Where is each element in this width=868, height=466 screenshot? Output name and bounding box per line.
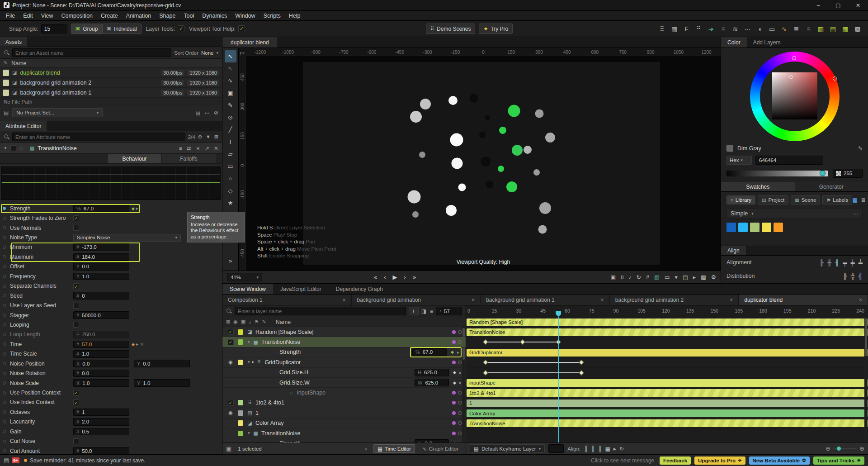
layer-color-chip[interactable] (238, 360, 243, 365)
list-view-icon[interactable]: ≣ (861, 197, 866, 203)
zoom-slider-thumb[interactable] (837, 447, 841, 451)
close-icon[interactable]: × (730, 297, 733, 303)
tab-generator[interactable]: Generator (795, 182, 868, 191)
composition-tab-duplicator-blend[interactable]: duplicator blend× (739, 295, 868, 305)
input-indicator-icon[interactable] (452, 340, 456, 344)
attribute-socket[interactable] (3, 285, 6, 288)
keyframe-value-field[interactable]: - (548, 444, 564, 453)
loop-length-value-field[interactable]: F250.0 (73, 331, 129, 338)
attribute-socket[interactable] (3, 362, 6, 365)
shape-dot[interactable] (407, 190, 420, 204)
curl-noise-checkbox[interactable] (73, 438, 79, 444)
asset-search-input[interactable] (12, 48, 171, 57)
scatter-icon[interactable]: ⠛ (693, 25, 705, 33)
hex-mode-dropdown[interactable]: Hex ▾ (726, 156, 752, 165)
try-pro-button[interactable]: ★ Try Pro (479, 24, 513, 34)
attribute-socket[interactable] (3, 265, 6, 268)
align-bottom-icon[interactable]: ╧ (859, 259, 863, 266)
layer-row[interactable]: ◌inputShape (222, 388, 466, 398)
visibility-icon[interactable]: ◉ (233, 319, 238, 325)
keyframe-icon[interactable] (520, 340, 525, 345)
use-position-context-checkbox[interactable]: ✓ (73, 390, 79, 396)
input-indicator-icon[interactable] (452, 421, 456, 425)
tab-scene-window[interactable]: Scene Window (222, 284, 273, 294)
layer-name[interactable]: TransitionNoise (261, 430, 300, 437)
layer-row[interactable]: ◉▼•⠿GridDuplicator (222, 357, 466, 367)
layer-color-chip[interactable] (238, 410, 243, 416)
color-swatch[interactable] (750, 223, 760, 232)
shape-dot[interactable] (499, 127, 506, 134)
minimize-button[interactable]: – (808, 0, 828, 10)
enabled-checkbox[interactable]: ✓ (228, 400, 234, 406)
grid-cells-icon[interactable]: ▦ (839, 25, 851, 33)
keyframe-indicator-icon[interactable] (458, 340, 462, 344)
color-swatch[interactable] (738, 223, 748, 232)
enabled-checkbox[interactable]: ✓ (228, 329, 234, 335)
name-column-header[interactable]: Name (11, 60, 26, 67)
shape-dot[interactable] (538, 225, 547, 233)
layer-name[interactable]: Color Array (255, 420, 284, 426)
layer-color-chip[interactable] (238, 329, 243, 335)
loop-icon[interactable]: ↻ (619, 446, 624, 452)
distribute-bars-icon[interactable]: ≋ (729, 25, 741, 33)
list-icon[interactable]: ≡ (179, 145, 182, 152)
timeline-bar[interactable]: Random [Shape Scale] (467, 319, 868, 326)
display-chevron-icon[interactable]: ▾ (675, 274, 678, 281)
layer-row[interactable]: ▼▦TransitionNoise (222, 428, 466, 438)
input-indicator-icon[interactable] (452, 432, 456, 435)
next-keyframe-icon[interactable]: ▸ (459, 441, 462, 442)
menu-help[interactable]: Help (285, 11, 305, 20)
align-center-icon[interactable]: ╫ (591, 446, 595, 452)
keyframe-icon[interactable] (579, 370, 584, 375)
swap-connections-icon[interactable]: ⇄ (187, 145, 191, 152)
shape-dot[interactable] (446, 205, 457, 216)
seed-value-field[interactable]: #0 (73, 292, 129, 300)
layer-color-chip[interactable] (238, 400, 243, 405)
menu-scripts[interactable]: Scripts (259, 11, 285, 20)
shape-dot[interactable] (410, 111, 422, 123)
shape-dot[interactable] (420, 99, 431, 109)
expander-icon[interactable]: ▼ (4, 146, 7, 150)
shape-dot[interactable] (545, 133, 555, 143)
use-index-context-checkbox[interactable]: ✓ (73, 399, 79, 405)
behaviour-graph[interactable] (1, 166, 221, 200)
dock-icon[interactable]: ▫ (365, 445, 367, 452)
lock-icon[interactable]: ⊠ (226, 319, 230, 325)
keyframe-icon[interactable] (483, 340, 488, 345)
feedback-button[interactable]: Feedback (660, 456, 691, 465)
new-beta-button[interactable]: New Beta Available✿ (749, 456, 810, 465)
alpha-slider-handle[interactable] (820, 171, 826, 176)
grid-snap-icon[interactable]: # (646, 274, 649, 281)
text-align-left-icon[interactable]: ≣ (790, 25, 802, 33)
playhead-line[interactable] (558, 317, 559, 442)
next-keyframe-icon[interactable]: ▸ (459, 380, 462, 385)
visibility-eye-icon[interactable]: ◉ (228, 410, 233, 416)
keyframe-diamond-icon[interactable]: ◆ (453, 370, 456, 375)
shape-dot[interactable] (481, 157, 491, 166)
attribute-socket[interactable] (3, 236, 6, 239)
looping-checkbox[interactable] (73, 322, 79, 328)
layer-tools-checkbox[interactable]: ✓ (178, 25, 184, 32)
shape-dot[interactable] (452, 157, 463, 169)
tips-tricks-button[interactable]: Tips and Tricks☀ (813, 456, 864, 465)
dots-grid-icon[interactable]: ⠿ (656, 25, 668, 33)
next-message-link[interactable]: Click to see next message (591, 457, 654, 464)
asset-row[interactable]: ◪background grid animation 230.00fps1920… (0, 78, 222, 88)
pin-icon[interactable]: ∗ (196, 145, 200, 152)
camera-icon[interactable]: ▣ (610, 274, 616, 281)
grid-view-icon[interactable]: ▦ (852, 197, 857, 203)
pivot-tool[interactable]: ⊙ (225, 111, 236, 124)
layer-name[interactable]: TransitionNoise (261, 339, 300, 345)
shape-dot[interactable] (469, 94, 478, 102)
input-indicator-icon[interactable] (452, 401, 456, 404)
keyframe-diamond-icon[interactable]: ◆ (451, 350, 454, 354)
asset-name[interactable]: background grid animation 2 (20, 80, 158, 86)
align-stack-icon[interactable]: ≡ (717, 25, 729, 33)
menu-create[interactable]: Create (97, 11, 122, 20)
node-enabled-checkbox[interactable]: ✓ (10, 145, 16, 151)
hue-marker-secondary[interactable] (833, 76, 837, 81)
expander-icon[interactable]: ▼ (246, 340, 252, 344)
asset-row[interactable]: ◪background grid animation 130.00fps1920… (0, 88, 222, 98)
viewport-tool-help-checkbox[interactable]: ✓ (238, 25, 245, 32)
chevron-down-icon[interactable]: ▾ (216, 51, 218, 55)
